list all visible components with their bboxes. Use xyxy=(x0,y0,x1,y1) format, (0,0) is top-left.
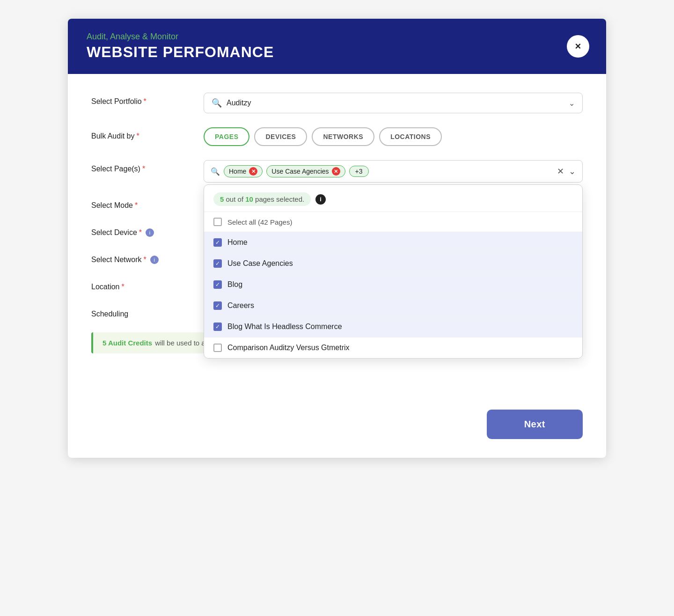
select-all-label: Select all (42 Pages) xyxy=(227,218,292,226)
dropdown-item-careers[interactable]: Careers xyxy=(204,295,582,316)
scheduling-label: Scheduling xyxy=(91,305,194,318)
checkbox-comparison[interactable] xyxy=(213,344,222,352)
tag-agencies-label: Use Case Agencies xyxy=(271,168,329,175)
tag-plus: +3 xyxy=(349,166,369,177)
bulk-audit-row: Bulk Audit by* PAGES DEVICES NETWORKS LO… xyxy=(91,127,583,146)
item-headless-label: Blog What Is Headless Commerce xyxy=(227,323,342,331)
location-label: Location* xyxy=(91,278,194,291)
checkbox-home[interactable] xyxy=(213,238,222,247)
select-pages-row: Select Page(s)* 🔍 Home ✕ Use Case Agenci… xyxy=(91,160,583,183)
dropdown-chevron[interactable]: ⌄ xyxy=(569,166,576,176)
modal-header: Audit, Analyse & Monitor WEBSITE PERFOMA… xyxy=(68,19,606,74)
info-icon[interactable]: i xyxy=(315,194,326,205)
select-network-label: Select Network* i xyxy=(91,251,194,264)
bulk-audit-label: Bulk Audit by* xyxy=(91,127,194,140)
tag-home: Home ✕ xyxy=(224,165,263,177)
pages-dropdown: 5 out of 10 pages selected. i Select all… xyxy=(204,184,583,359)
network-info-icon[interactable]: i xyxy=(150,256,159,264)
select-all-row[interactable]: Select all (42 Pages) xyxy=(204,212,582,232)
select-mode-label: Select Mode* xyxy=(91,197,194,210)
next-button[interactable]: Next xyxy=(487,410,583,439)
modal-footer: Next xyxy=(68,400,606,458)
pages-search-icon: 🔍 xyxy=(211,167,220,176)
select-pages-control: 🔍 Home ✕ Use Case Agencies ✕ +3 ✕ ⌄ xyxy=(204,160,583,183)
audit-btn-pages[interactable]: PAGES xyxy=(204,127,249,146)
credits-number: 5 Audit Credits xyxy=(103,339,152,347)
header-subtitle: Audit, Analyse & Monitor xyxy=(87,32,587,42)
dropdown-item-headless[interactable]: Blog What Is Headless Commerce xyxy=(204,316,582,337)
clear-all-button[interactable]: ✕ xyxy=(557,166,564,176)
credits-suffix: will be used to a xyxy=(155,339,205,347)
portfolio-label: Select Portfolio* xyxy=(91,93,194,106)
select-device-label: Select Device* i xyxy=(91,224,194,237)
pages-select-wrapper: 🔍 Home ✕ Use Case Agencies ✕ +3 ✕ ⌄ xyxy=(204,160,583,183)
pages-select-box[interactable]: 🔍 Home ✕ Use Case Agencies ✕ +3 ✕ ⌄ xyxy=(204,160,583,183)
checkbox-blog[interactable] xyxy=(213,280,222,289)
chevron-down-icon: ⌄ xyxy=(569,99,575,108)
checkbox-agencies[interactable] xyxy=(213,259,222,268)
dropdown-header: 5 out of 10 pages selected. i xyxy=(204,185,582,212)
select-all-checkbox[interactable] xyxy=(213,218,222,226)
select-pages-label: Select Page(s)* xyxy=(91,160,194,173)
header-title: WEBSITE PERFOMANCE xyxy=(87,44,587,61)
tag-home-remove[interactable]: ✕ xyxy=(249,167,257,176)
modal-body: Select Portfolio* 🔍 Auditzy ⌄ Bulk Audit… xyxy=(68,74,606,400)
audit-buttons-group: PAGES DEVICES NETWORKS LOCATIONS xyxy=(204,127,583,146)
portfolio-input[interactable]: 🔍 Auditzy ⌄ xyxy=(204,93,583,113)
portfolio-control: 🔍 Auditzy ⌄ xyxy=(204,93,583,113)
audit-btn-locations[interactable]: LOCATIONS xyxy=(379,127,442,146)
checkbox-careers[interactable] xyxy=(213,301,222,310)
item-comparison-label: Comparison Auditzy Versus Gtmetrix xyxy=(227,344,350,352)
selected-num: 5 xyxy=(220,195,224,203)
tag-agencies: Use Case Agencies ✕ xyxy=(266,165,345,177)
selected-count-badge: 5 out of 10 pages selected. xyxy=(213,192,311,206)
dropdown-item-blog[interactable]: Blog xyxy=(204,274,582,295)
pages-select-actions: ✕ ⌄ xyxy=(557,166,576,176)
bulk-audit-control: PAGES DEVICES NETWORKS LOCATIONS xyxy=(204,127,583,146)
portfolio-value: Auditzy xyxy=(227,99,564,107)
pages-selected-text: pages selected. xyxy=(255,195,304,203)
item-careers-label: Careers xyxy=(227,301,254,310)
dropdown-item-agencies[interactable]: Use Case Agencies xyxy=(204,253,582,274)
search-icon: 🔍 xyxy=(212,98,222,108)
device-info-icon[interactable]: i xyxy=(146,228,154,237)
tag-agencies-remove[interactable]: ✕ xyxy=(332,167,340,176)
item-blog-label: Blog xyxy=(227,280,242,289)
item-home-label: Home xyxy=(227,238,248,247)
portfolio-row: Select Portfolio* 🔍 Auditzy ⌄ xyxy=(91,93,583,113)
close-button[interactable]: × xyxy=(567,35,589,58)
audit-btn-devices[interactable]: DEVICES xyxy=(254,127,307,146)
modal-container: Audit, Analyse & Monitor WEBSITE PERFOMA… xyxy=(68,19,606,458)
audit-btn-networks[interactable]: NETWORKS xyxy=(312,127,374,146)
item-agencies-label: Use Case Agencies xyxy=(227,259,293,268)
checkbox-headless[interactable] xyxy=(213,323,222,331)
dropdown-item-comparison[interactable]: Comparison Auditzy Versus Gtmetrix xyxy=(204,337,582,358)
out-of-text: out of xyxy=(226,195,246,203)
total-num: 10 xyxy=(245,195,253,203)
tag-home-label: Home xyxy=(229,168,246,175)
dropdown-item-home[interactable]: Home xyxy=(204,232,582,253)
